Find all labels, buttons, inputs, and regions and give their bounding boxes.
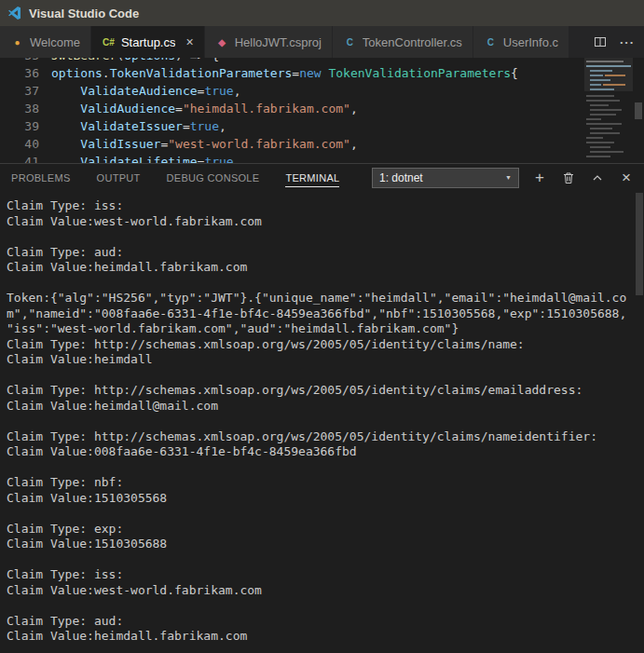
tab-hellojwt-csproj[interactable]: ◆HelloJWT.csproj [205,26,333,58]
code-line: 39 ValidateIssuer=true, [0,117,644,135]
terminal-line: Claim Value:heimdall.fabrikam.com [7,260,644,276]
terminal-line: Claim Type: iss: [7,198,644,214]
terminal-line: "iss":"west-world.fabrikam.com","aud":"h… [7,321,644,337]
chevron-down-icon: ▼ [505,174,512,181]
terminal-line: Claim Value:008faa6e-6331-4f1e-bf4c-8459… [7,444,644,460]
panel-tabs: PROBLEMSOUTPUTDEBUG CONSOLETERMINAL [11,169,339,187]
csharp-file-icon: C# [102,37,116,48]
terminal-line [7,506,644,522]
panel-tab-terminal[interactable]: TERMINAL [285,169,339,187]
line-number: 37 [0,82,39,100]
terminal-line: Claim Value:west-world.fabrikam.com [7,214,644,230]
editor-tab-bar: ●WelcomeC#Startup.cs×◆HelloJWT.csprojCTo… [0,26,644,58]
code-text: ValidAudience="heimdall.fabrikam.com", [51,100,358,117]
terminal-line: Claim Value:1510305688 [7,537,644,552]
terminal-line: Claim Value:1510305568 [7,491,644,507]
terminal-line: Claim Type: aud: [7,614,644,630]
tab-userinfo-c[interactable]: CUserInfo.c [473,26,569,58]
terminal-line: Claim Type: http://schemas.xmlsoap.org/w… [7,383,644,399]
code-text: ValidateLifetime=true, [51,153,241,163]
terminal-scrollbar[interactable] [635,191,644,653]
code-editor[interactable]: 35JwtBearer(Options) => {36options.Token… [0,58,644,163]
c-file-icon: C [484,37,498,48]
terminal-selector-dropdown[interactable]: 1: dotnet ▼ [372,168,519,188]
terminal-line: Claim Value:west-world.fabrikam.com [7,583,644,599]
terminal-line: Claim Type: http://schemas.xmlsoap.org/w… [7,429,644,445]
tab-bar-actions: ··· [582,26,644,58]
terminal-line: Claim Value:heimdall [7,352,644,368]
panel-controls: 1: dotnet ▼ + × [372,168,635,188]
editor-scrollbar-thumb[interactable] [635,102,642,119]
panel-tab-debug-console[interactable]: DEBUG CONSOLE [167,169,260,187]
code-text: ValidateIssuer=true, [51,117,226,135]
terminal-line [7,460,644,476]
tab-label: UserInfo.c [503,35,558,49]
terminal-line [7,552,644,568]
terminal-line: Claim Type: exp: [7,522,644,537]
terminal-lines: Claim Type: iss:Claim Value:west-world.f… [7,198,644,645]
terminal-line [7,276,644,292]
terminal-line: m","nameid":"008faa6e-6331-4f1e-bf4c-845… [7,306,644,322]
trash-icon [562,171,575,184]
terminal-line: Claim Value:heimdall.fabrikam.com [7,629,644,645]
terminal-scrollbar-thumb[interactable] [636,193,643,295]
chevron-up-icon [591,171,604,184]
terminal-line [7,598,644,614]
vscode-logo-icon [7,6,22,20]
minimap-viewport [584,58,633,91]
editor-tab-strip: ●WelcomeC#Startup.cs×◆HelloJWT.csprojCTo… [0,26,569,58]
terminal-line: Claim Type: aud: [7,245,644,261]
terminal-output[interactable]: Claim Type: iss:Claim Value:west-world.f… [0,191,644,653]
code-line: 41 ValidateLifetime=true, [0,153,644,163]
editor-code: 35JwtBearer(Options) => {36options.Token… [0,58,644,163]
code-line: 36options.TokenValidationParameters=new … [0,64,644,82]
vscode-window: Visual Studio Code ●WelcomeC#Startup.cs×… [0,0,644,653]
kill-terminal-button[interactable] [560,170,577,186]
terminal-line: Claim Value:heimdall@mail.com [7,399,644,415]
terminal-line [7,368,644,384]
line-number: 40 [0,135,39,153]
new-terminal-button[interactable]: + [531,170,548,186]
tab-label: Welcome [30,35,80,49]
tab-welcome[interactable]: ●Welcome [0,26,91,58]
tab-label: TokenController.cs [363,35,462,49]
code-line: 38 ValidAudience="heimdall.fabrikam.com"… [0,100,644,117]
tab-tokencontroller-cs[interactable]: CTokenController.cs [333,26,473,58]
line-number: 39 [0,117,39,135]
tab-label: HelloJWT.csproj [235,35,322,49]
terminal-line [7,229,644,245]
code-text: ValidIssuer="west-world.fabrikam.com", [51,135,358,153]
window-title: Visual Studio Code [29,7,139,20]
terminal-line [7,414,644,429]
csproj-file-icon: ◆ [215,37,229,48]
line-number: 35 [0,58,39,64]
close-panel-button[interactable]: × [618,170,635,186]
code-text: options.TokenValidationParameters=new To… [51,64,518,82]
tab-startup-cs[interactable]: C#Startup.cs× [91,26,205,58]
code-line: 37 ValidateAudience=true, [0,82,644,100]
csharp-file-icon: C [343,37,357,48]
line-number: 38 [0,100,39,117]
code-line: 35JwtBearer(Options) => { [0,58,644,64]
close-tab-icon[interactable]: × [185,35,193,48]
welcome-icon: ● [10,37,24,48]
panel-tab-output[interactable]: OUTPUT [97,169,141,187]
split-editor-icon[interactable] [592,34,609,50]
editor-scrollbar[interactable] [633,58,644,163]
maximize-panel-button[interactable] [589,170,606,186]
terminal-selector-value: 1: dotnet [379,171,423,184]
panel-header: PROBLEMSOUTPUTDEBUG CONSOLETERMINAL 1: d… [0,163,644,191]
terminal-line: Token:{"alg":"HS256","typ":"JWT"}.{"uniq… [7,291,644,306]
terminal-line: Claim Type: iss: [7,567,644,583]
code-text: JwtBearer(Options) => { [51,58,219,64]
terminal-line: Claim Type: nbf: [7,475,644,491]
code-line: 40 ValidIssuer="west-world.fabrikam.com"… [0,135,644,153]
more-actions-icon[interactable]: ··· [620,35,635,49]
title-bar[interactable]: Visual Studio Code [0,0,644,26]
terminal-line: Claim Type: http://schemas.xmlsoap.org/w… [7,337,644,353]
tab-label: Startup.cs [121,35,176,49]
line-number: 41 [0,153,39,163]
code-text: ValidateAudience=true, [51,82,241,100]
minimap[interactable] [584,58,633,163]
panel-tab-problems[interactable]: PROBLEMS [11,169,71,187]
